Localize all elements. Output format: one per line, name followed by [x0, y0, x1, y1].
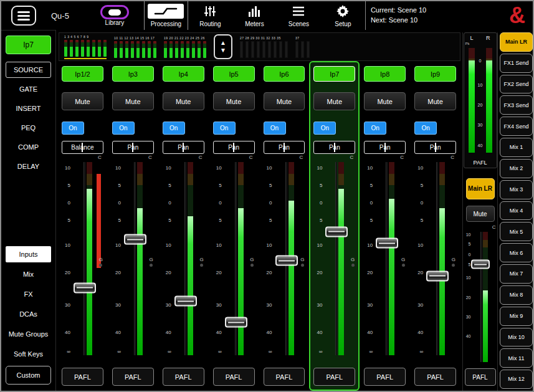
- pafl-button[interactable]: PAFL: [213, 368, 255, 386]
- mix-select-mix-1[interactable]: Mix 1: [500, 138, 533, 157]
- pafl-button[interactable]: PAFL: [112, 368, 154, 386]
- mute-button[interactable]: Mute: [213, 92, 255, 110]
- library-label: Library: [105, 19, 125, 26]
- mute-button[interactable]: Mute: [112, 92, 154, 110]
- fader-cap[interactable]: [471, 260, 490, 269]
- channel-select-button[interactable]: Ip6: [264, 66, 305, 82]
- mix-select-main-lr[interactable]: Main LR: [500, 32, 533, 52]
- mix-select-mix-7[interactable]: Mix 7: [500, 264, 533, 284]
- sidebar-item-comp[interactable]: COMP: [6, 139, 51, 155]
- mix-select-mix-12[interactable]: Mix 12: [500, 370, 533, 389]
- sidebar-item-dcas[interactable]: DCAs: [6, 306, 51, 322]
- mute-button[interactable]: Mute: [163, 92, 204, 110]
- sidebar-item-soft-keys[interactable]: Soft Keys: [6, 346, 51, 362]
- sidebar-channel-button[interactable]: Ip7: [6, 36, 51, 54]
- fader-cap[interactable]: [124, 234, 146, 245]
- pan-control[interactable]: Balance: [62, 141, 103, 154]
- pafl-button[interactable]: PAFL: [264, 368, 305, 386]
- menu-icon[interactable]: [11, 6, 36, 26]
- fader-cap[interactable]: [225, 317, 247, 328]
- meter-group-numbers: 10 11 12 13 14 15 16 17: [114, 36, 156, 40]
- fader-scale-label: 30: [414, 302, 423, 308]
- fader-cap[interactable]: [325, 226, 348, 237]
- channel-select-button[interactable]: Ip3: [112, 66, 154, 82]
- tab-routing[interactable]: Routing: [188, 1, 232, 30]
- on-button[interactable]: On: [414, 122, 437, 135]
- fader-cap[interactable]: [74, 282, 96, 293]
- mix-select-fx4-send[interactable]: FX4 Send: [500, 117, 533, 136]
- mini-meter: [136, 41, 140, 58]
- pan-control[interactable]: Pan: [364, 141, 406, 154]
- mix-select-mix-3[interactable]: Mix 3: [500, 180, 533, 199]
- pafl-button[interactable]: PAFL: [364, 368, 406, 386]
- channel-select-button[interactable]: Ip4: [163, 66, 204, 82]
- on-button[interactable]: On: [313, 122, 336, 135]
- fader-cap[interactable]: [376, 238, 398, 249]
- on-button[interactable]: On: [213, 122, 236, 135]
- mix-select-fx2-send[interactable]: FX2 Send: [500, 75, 533, 94]
- sidebar-item-fx[interactable]: FX: [6, 286, 51, 302]
- on-button[interactable]: On: [264, 122, 286, 135]
- mute-button[interactable]: Mute: [313, 92, 355, 110]
- fader-cap[interactable]: [174, 296, 197, 307]
- mix-select-mix-10[interactable]: Mix 10: [500, 328, 533, 347]
- channel-select-button[interactable]: Ip7: [313, 66, 355, 82]
- mix-select-mix-2[interactable]: Mix 2: [500, 159, 533, 178]
- mix-select-fx1-send[interactable]: FX1 Send: [500, 54, 533, 73]
- tab-scenes[interactable]: Scenes: [277, 1, 321, 30]
- sidebar-item-insert[interactable]: INSERT: [6, 100, 51, 117]
- meter-scroll-button[interactable]: ▲▼: [214, 34, 232, 59]
- sidebar-item-mix[interactable]: Mix: [6, 266, 51, 282]
- pan-control[interactable]: Pan: [313, 141, 355, 154]
- meter-group-bars: [164, 41, 206, 58]
- fader-cap[interactable]: [275, 256, 298, 266]
- main-lr-select-button[interactable]: Main LR: [466, 178, 495, 199]
- channel-select-button[interactable]: Ip5: [213, 66, 255, 82]
- sidebar-item-peq[interactable]: PEQ: [6, 120, 51, 136]
- fader-cap[interactable]: [426, 270, 449, 281]
- mix-select-mix-5[interactable]: Mix 5: [500, 222, 533, 241]
- pafl-button[interactable]: PAFL: [163, 368, 204, 386]
- channel-select-button[interactable]: Ip8: [364, 66, 406, 82]
- mix-select-mix-6[interactable]: Mix 6: [500, 243, 533, 262]
- mute-button[interactable]: Mute: [62, 92, 103, 110]
- on-button[interactable]: On: [364, 122, 386, 135]
- on-button[interactable]: On: [112, 122, 135, 135]
- pan-control[interactable]: Pan: [264, 141, 305, 154]
- mix-select-mix-9[interactable]: Mix 9: [500, 307, 533, 326]
- pafl-button[interactable]: PAFL: [62, 368, 103, 386]
- sidebar-item-delay[interactable]: DELAY: [6, 158, 51, 174]
- channel-select-button[interactable]: Ip1/2: [62, 66, 103, 82]
- sidebar-item-source[interactable]: SOURCE: [6, 62, 51, 78]
- main-pafl-button[interactable]: PAFL: [465, 368, 496, 386]
- mute-button[interactable]: Mute: [364, 92, 406, 110]
- channel-select-button[interactable]: Ip9: [414, 66, 456, 82]
- mix-select-mix-4[interactable]: Mix 4: [500, 201, 533, 221]
- pafl-button[interactable]: PAFL: [414, 368, 456, 386]
- tab-processing[interactable]: Processing: [144, 1, 188, 30]
- custom-layer-button[interactable]: Custom: [6, 366, 51, 385]
- mix-select-mix-11[interactable]: Mix 11: [500, 348, 533, 368]
- pan-control[interactable]: Pan: [112, 141, 154, 154]
- mix-select-mix-8[interactable]: Mix 8: [500, 285, 533, 305]
- main-mute-button[interactable]: Mute: [466, 206, 495, 222]
- on-button[interactable]: On: [163, 122, 185, 135]
- meter-group-numbers: 27 28 29 30 31 32 33 35: [240, 36, 288, 40]
- pan-control[interactable]: Pan: [213, 141, 255, 154]
- pafl-button[interactable]: PAFL: [313, 368, 355, 386]
- pan-control[interactable]: Pan: [163, 141, 204, 154]
- mute-button[interactable]: Mute: [264, 92, 305, 110]
- sidebar-item-gate[interactable]: GATE: [6, 81, 51, 97]
- pan-control[interactable]: Pan: [414, 141, 456, 154]
- on-button[interactable]: On: [62, 122, 84, 135]
- meter-group: 27 28 29 30 31 32 33 35: [240, 34, 288, 59]
- mute-button[interactable]: Mute: [414, 92, 456, 110]
- tab-setup[interactable]: Setup: [321, 1, 365, 30]
- mini-meter: [262, 41, 265, 58]
- lr-scale-label: 10: [464, 82, 497, 87]
- sidebar-item-inputs[interactable]: Inputs: [6, 246, 51, 262]
- mix-select-fx3-send[interactable]: FX3 Send: [500, 95, 533, 115]
- sidebar-item-mute-groups[interactable]: Mute Groups: [6, 326, 51, 342]
- tab-meters[interactable]: Meters: [232, 1, 277, 30]
- library-button[interactable]: Library: [94, 5, 135, 26]
